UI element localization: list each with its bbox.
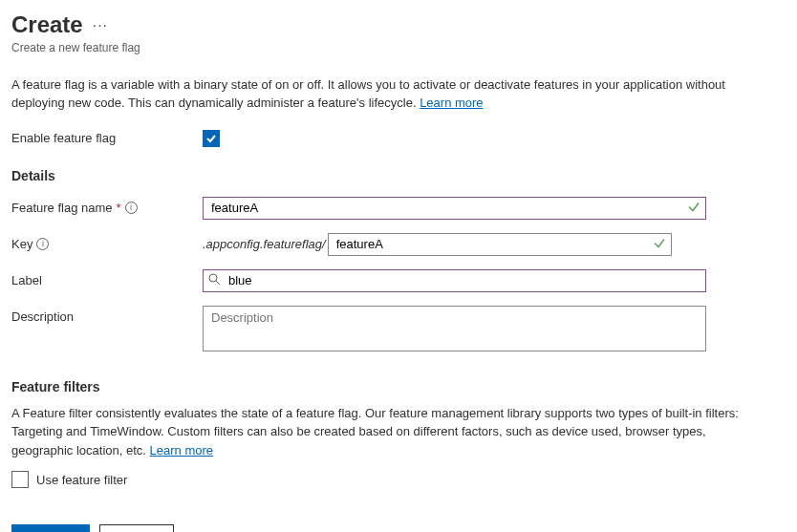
enable-checkbox[interactable] (203, 130, 220, 147)
key-label: Key (11, 237, 32, 251)
key-prefix: .appconfig.featureflag/ (203, 237, 326, 251)
filters-description: A Feature filter consistently evaluates … (11, 404, 747, 460)
info-icon[interactable]: i (125, 202, 138, 214)
use-filter-checkbox[interactable] (11, 471, 29, 488)
key-input[interactable] (328, 233, 672, 256)
intro-text: A feature flag is a variable with a bina… (11, 75, 747, 113)
label-input[interactable] (203, 269, 706, 292)
name-label: Feature flag name (11, 201, 113, 215)
info-icon[interactable]: i (36, 238, 49, 250)
enable-label: Enable feature flag (11, 131, 203, 145)
apply-button[interactable]: Apply (11, 524, 90, 532)
check-icon (205, 133, 217, 144)
filters-heading: Feature filters (11, 379, 786, 394)
label-label: Label (11, 273, 203, 287)
required-indicator: * (117, 201, 121, 215)
use-filter-label: Use feature filter (36, 473, 127, 487)
description-input[interactable] (203, 306, 706, 351)
discard-button[interactable]: Discard (99, 524, 174, 532)
ellipsis-icon[interactable]: ··· (93, 17, 108, 34)
filters-body: A Feature filter consistently evaluates … (11, 406, 739, 458)
feature-name-input[interactable] (203, 197, 706, 220)
filters-learn-more-link[interactable]: Learn more (150, 443, 213, 458)
intro-learn-more-link[interactable]: Learn more (420, 96, 483, 110)
description-label: Description (11, 306, 203, 324)
details-heading: Details (11, 168, 786, 183)
page-title: Create (11, 11, 83, 39)
page-subtitle: Create a new feature flag (11, 41, 786, 54)
intro-body: A feature flag is a variable with a bina… (11, 77, 725, 111)
